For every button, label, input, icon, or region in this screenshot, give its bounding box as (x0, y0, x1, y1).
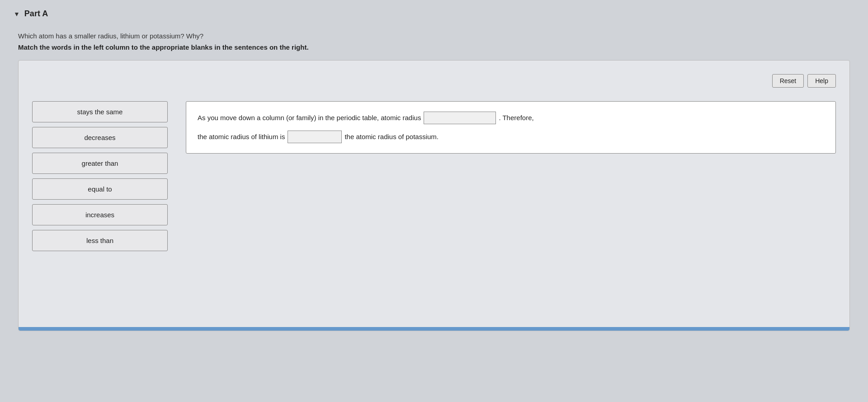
word-item-decreases[interactable]: decreases (32, 127, 168, 148)
page-wrapper: ▼ Part A Which atom has a smaller radius… (0, 0, 868, 402)
word-item-equal-to[interactable]: equal to (32, 178, 168, 200)
sentence1-after-text: . Therefore, (499, 112, 533, 123)
blank-box-2[interactable] (288, 131, 342, 143)
bottom-bar (19, 327, 849, 331)
instruction-text: Match the words in the left column to th… (18, 43, 854, 51)
word-items-column: stays the same decreases greater than eq… (32, 101, 168, 251)
part-title: Part A (24, 9, 48, 19)
reset-button[interactable]: Reset (772, 74, 804, 88)
word-item-stays-the-same[interactable]: stays the same (32, 101, 168, 122)
exercise-box: Reset Help stays the same decreases grea… (18, 60, 850, 331)
chevron-down-icon: ▼ (14, 10, 20, 18)
word-item-greater-than[interactable]: greater than (32, 153, 168, 174)
help-button[interactable]: Help (807, 74, 836, 88)
word-item-increases[interactable]: increases (32, 204, 168, 225)
blank-box-1[interactable] (424, 112, 496, 124)
top-buttons: Reset Help (32, 74, 836, 88)
sentence-row-1: As you move down a column (or family) in… (198, 112, 824, 124)
part-header: ▼ Part A (14, 9, 854, 19)
sentences-box: As you move down a column (or family) in… (186, 101, 836, 154)
sentence-row-2: the atomic radius of lithium is the atom… (198, 131, 824, 143)
sentence1-before-text: As you move down a column (or family) in… (198, 112, 421, 123)
exercise-content: stays the same decreases greater than eq… (32, 101, 836, 251)
question-text: Which atom has a smaller radius, lithium… (18, 32, 854, 40)
sentence2-before-text: the atomic radius of lithium is (198, 131, 285, 142)
word-item-less-than[interactable]: less than (32, 230, 168, 251)
sentence2-after-text: the atomic radius of potassium. (344, 131, 439, 142)
